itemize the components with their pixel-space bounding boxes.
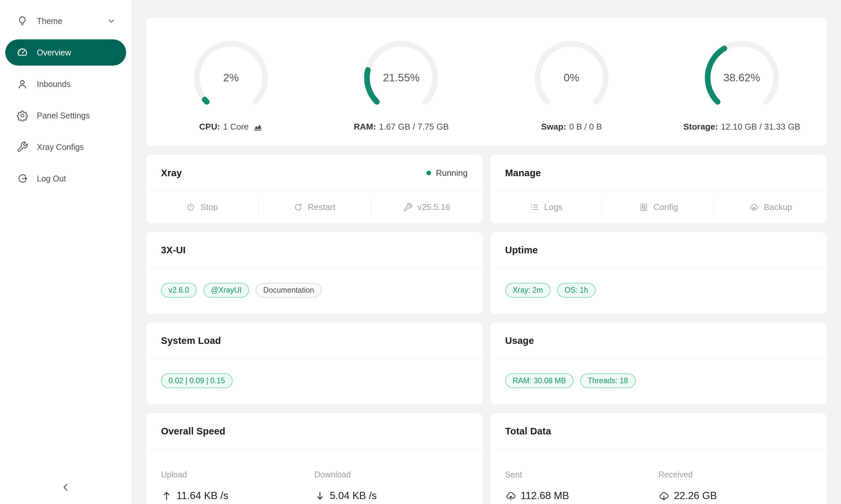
sidebar-item-label: Overview — [37, 48, 71, 57]
system-load-tags: 0.02 | 0.09 | 0.15 — [146, 359, 483, 402]
reload-icon — [293, 202, 303, 212]
main-content: 2% CPU: 1 Core 21.55% RAM: 1.67 GB — [132, 0, 841, 504]
os-uptime-tag: OS: 1h — [557, 283, 596, 298]
sent-stat: Sent 112.68 MB — [505, 470, 659, 502]
threexui-card: 3X-UI v2.6.0 @XrayUI Documentation — [146, 232, 483, 314]
storage-gauge: 38.62% — [702, 38, 781, 117]
cpu-gauge: 2% — [191, 38, 270, 117]
sidebar-item-panel-settings[interactable]: Panel Settings — [5, 102, 126, 129]
chevron-left-icon — [60, 482, 71, 494]
download-stat: Download 5.04 KB /s — [314, 470, 468, 502]
total-data-stats: Sent 112.68 MB Received — [490, 450, 827, 502]
sidebar-item-log-out[interactable]: Log Out — [5, 165, 126, 192]
stat-label: Upload — [161, 470, 314, 480]
arrow-down-icon — [314, 490, 326, 501]
system-load-card: System Load 0.02 | 0.09 | 0.15 — [146, 323, 483, 404]
config-button[interactable]: Config — [602, 191, 715, 223]
stat-value: 22.26 GB — [658, 490, 812, 502]
card-title: System Load — [161, 335, 221, 346]
card-title: Overall Speed — [161, 426, 225, 437]
system-load-card-header: System Load — [146, 323, 483, 359]
load-average-tag: 0.02 | 0.09 | 0.15 — [161, 373, 233, 388]
sidebar-item-theme[interactable]: Theme — [5, 8, 126, 34]
manage-card-header: Manage — [490, 155, 827, 191]
storage-gauge-section: 38.62% Storage: 12.10 GB / 31.33 GB — [657, 18, 827, 146]
logs-button[interactable]: Logs — [490, 191, 602, 223]
manage-card: Manage Logs Config — [490, 155, 827, 223]
ram-usage-tag: RAM: 30.08 MB — [505, 373, 573, 388]
stat-label: Sent — [505, 470, 659, 480]
ram-gauge: 21.55% — [362, 38, 441, 117]
uptime-tags: Xray: 2m OS: 1h — [490, 268, 827, 312]
app-root: Theme Overview Inbounds — [0, 0, 841, 504]
power-icon — [186, 202, 195, 212]
cloud-server-icon — [749, 202, 759, 212]
sidebar-item-label: Xray Configs — [37, 142, 84, 152]
threads-tag: Threads: 18 — [580, 373, 636, 388]
sidebar-item-xray-configs[interactable]: Xray Configs — [5, 134, 126, 160]
stop-button[interactable]: Stop — [146, 191, 258, 223]
ram-gauge-section: 21.55% RAM: 1.67 GB / 7.75 GB — [316, 18, 486, 146]
uptime-card: Uptime Xray: 2m OS: 1h — [490, 232, 827, 314]
uptime-card-header: Uptime — [490, 232, 827, 268]
swap-gauge: 0% — [532, 38, 611, 117]
chevron-down-icon — [106, 16, 116, 26]
sidebar-collapse-button[interactable] — [0, 477, 132, 498]
cpu-gauge-label: CPU: 1 Core — [199, 122, 263, 132]
xrayui-link-tag[interactable]: @XrayUI — [203, 283, 250, 298]
manage-actions: Logs Config Backup — [490, 191, 827, 223]
ram-gauge-label: RAM: 1.67 GB / 7.75 GB — [354, 122, 449, 132]
xray-status: Running — [426, 168, 468, 178]
usage-card-header: Usage — [490, 323, 827, 359]
threexui-tags: v2.6.0 @XrayUI Documentation — [146, 268, 483, 312]
total-data-card: Total Data Sent 112.68 MB Received — [490, 413, 827, 504]
restart-button[interactable]: Restart — [258, 191, 371, 223]
overall-speed-stats: Upload 11.64 KB /s Download — [146, 450, 483, 502]
cloud-upload-icon — [505, 490, 516, 501]
upload-stat: Upload 11.64 KB /s — [161, 470, 314, 502]
stat-value: 5.04 KB /s — [314, 490, 468, 502]
card-title: Xray — [161, 168, 182, 179]
xray-card: Xray Running Stop — [146, 155, 483, 223]
sidebar-item-overview[interactable]: Overview — [5, 39, 126, 66]
storage-gauge-value: 38.62% — [702, 38, 781, 117]
overall-speed-card: Overall Speed Upload 11.64 KB /s Downl — [146, 413, 483, 504]
status-dot — [426, 170, 431, 175]
sidebar-item-label: Log Out — [37, 174, 66, 183]
threexui-card-header: 3X-UI — [146, 232, 483, 268]
card-title: Manage — [505, 168, 541, 179]
sidebar: Theme Overview Inbounds — [0, 0, 132, 504]
logout-icon — [16, 173, 28, 184]
total-data-card-header: Total Data — [490, 413, 827, 450]
xray-card-header: Xray Running — [146, 155, 483, 191]
cloud-download-icon — [658, 490, 670, 501]
cpu-gauge-section: 2% CPU: 1 Core — [146, 18, 316, 146]
sidebar-item-label: Inbounds — [37, 79, 71, 89]
sidebar-menu: Theme Overview Inbounds — [0, 0, 132, 199]
sidebar-item-label: Panel Settings — [37, 111, 90, 121]
xray-uptime-tag: Xray: 2m — [505, 283, 551, 298]
swap-gauge-section: 0% Swap: 0 B / 0 B — [486, 18, 657, 146]
received-stat: Received 22.26 GB — [658, 470, 812, 502]
sidebar-item-inbounds[interactable]: Inbounds — [5, 71, 126, 97]
version-tag[interactable]: v2.6.0 — [161, 283, 197, 298]
user-icon — [16, 78, 28, 90]
swap-gauge-value: 0% — [532, 38, 611, 117]
xray-actions: Stop Restart v25.5.16 — [146, 191, 483, 223]
dashboard-icon — [16, 47, 28, 58]
documentation-link-tag[interactable]: Documentation — [256, 283, 322, 298]
gear-icon — [16, 110, 28, 121]
card-title: Total Data — [505, 426, 551, 437]
xray-version-button[interactable]: v25.5.16 — [371, 191, 483, 223]
usage-card: Usage RAM: 30.08 MB Threads: 18 — [490, 323, 827, 404]
stat-value: 11.64 KB /s — [161, 490, 314, 502]
area-chart-icon[interactable] — [253, 122, 263, 132]
lightbulb-icon — [16, 15, 28, 27]
system-gauges-card: 2% CPU: 1 Core 21.55% RAM: 1.67 GB — [146, 18, 827, 146]
wrench-icon — [16, 141, 28, 153]
cpu-gauge-value: 2% — [191, 38, 270, 117]
stat-label: Received — [658, 470, 812, 480]
status-label: Running — [436, 168, 468, 178]
backup-button[interactable]: Backup — [715, 191, 827, 223]
usage-tags: RAM: 30.08 MB Threads: 18 — [490, 359, 827, 402]
